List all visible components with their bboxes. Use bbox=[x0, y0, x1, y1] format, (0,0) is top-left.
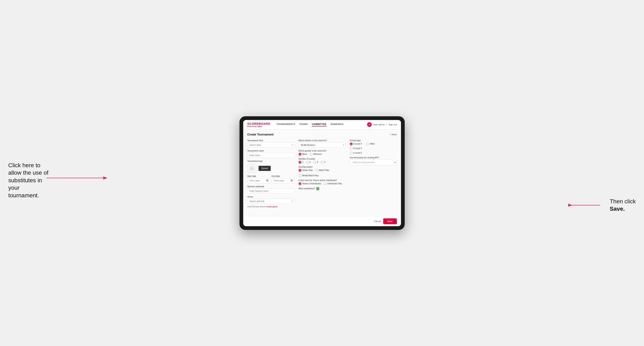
format-6count4[interactable]: 6 count 4 bbox=[350, 147, 397, 150]
gender-womens-radio[interactable] bbox=[310, 153, 312, 156]
individuals-option[interactable]: Individuals Only bbox=[324, 182, 342, 185]
scoring-stroke-radio[interactable] bbox=[298, 169, 302, 172]
individuals-option-radio[interactable] bbox=[324, 182, 326, 185]
sign-out-link[interactable]: Sign out bbox=[388, 123, 397, 126]
rounds-3-radio[interactable] bbox=[313, 161, 316, 164]
form-col-right: Format type 5 count 4 Other bbox=[350, 139, 397, 208]
nav-tournaments[interactable]: TOURNAMENTS bbox=[276, 123, 295, 126]
format-type-group: Format type 5 count 4 Other bbox=[350, 139, 397, 155]
substitutes-checkbox[interactable]: ✓ bbox=[316, 187, 319, 190]
gender-womens-label: Womens bbox=[314, 153, 322, 155]
rounds-1-label: 1 bbox=[302, 161, 304, 163]
logo-upload-area: Upload bbox=[247, 164, 294, 173]
venue-input[interactable] bbox=[247, 199, 294, 204]
scoring-api-select-wrapper: Select a scoring service bbox=[350, 160, 397, 165]
teams-radio-group: Teams (+Individuals) Individuals Only bbox=[298, 182, 346, 185]
upload-button[interactable]: Upload bbox=[258, 166, 271, 171]
sponsor-label: Sponsor (optional) bbox=[247, 185, 294, 188]
page-header: Create Tournament < Back bbox=[247, 133, 397, 136]
substitutes-group: Allow substitutes? ✓ bbox=[298, 187, 346, 190]
form-col-left: Tournament Host Tournament name bbox=[247, 139, 294, 208]
venue-group: Venue Can't find your venue? email suppo… bbox=[247, 196, 294, 208]
format-type-label: Format type bbox=[350, 139, 397, 142]
tournament-logo-group: Tournament logo Upload bbox=[247, 160, 294, 173]
venue-email-link[interactable]: email support bbox=[266, 206, 278, 208]
scoring-medal-label: Medal Match Play bbox=[302, 174, 318, 177]
tournament-name-input[interactable] bbox=[247, 153, 294, 158]
logo-text: SCOREBOARD bbox=[247, 122, 270, 125]
format-5count4-radio[interactable] bbox=[350, 143, 353, 145]
teams-option[interactable]: Teams (+Individuals) bbox=[298, 182, 321, 185]
save-button[interactable]: Save bbox=[383, 218, 397, 224]
nav-teams[interactable]: TEAMS bbox=[299, 123, 308, 126]
format-other-radio[interactable] bbox=[366, 143, 369, 145]
rounds-1[interactable]: 1 bbox=[298, 161, 304, 164]
format-6count5-radio[interactable] bbox=[350, 152, 353, 155]
sponsor-group: Sponsor (optional) bbox=[247, 185, 294, 194]
page-title: Create Tournament bbox=[247, 133, 274, 136]
svg-point-3 bbox=[251, 168, 252, 168]
gender-mens-radio[interactable] bbox=[298, 153, 302, 156]
back-button[interactable]: < Back bbox=[390, 133, 397, 136]
logo-placeholder-icon bbox=[247, 164, 256, 173]
cancel-button[interactable]: Cancel bbox=[374, 220, 381, 222]
gender-label: Which gender is the event for? bbox=[298, 150, 346, 152]
nav-rankings[interactable]: RANKINGS bbox=[330, 123, 344, 126]
gender-mens[interactable]: Mens bbox=[298, 153, 307, 156]
rounds-radio-group: 1 2 3 bbox=[298, 161, 346, 164]
tournament-name-group: Tournament name bbox=[247, 150, 294, 158]
end-date-group: End date 📅 bbox=[272, 175, 294, 183]
division-group: Which division is the event for? NCAA Di… bbox=[298, 139, 346, 148]
start-date-calendar-icon: 📅 bbox=[266, 179, 268, 182]
rounds-3-label: 3 bbox=[317, 161, 318, 163]
scoring-medal[interactable]: Medal Match Play bbox=[298, 174, 318, 177]
teams-option-radio[interactable] bbox=[298, 182, 302, 185]
division-label: Which division is the event for? bbox=[298, 139, 346, 142]
format-6count5[interactable]: 6 count 5 bbox=[350, 152, 397, 155]
tournament-host-group: Tournament Host bbox=[247, 139, 294, 148]
scoring-match-label: Match Play bbox=[319, 169, 329, 171]
logo-brand: clippd bbox=[257, 125, 262, 127]
venue-select-wrapper bbox=[247, 199, 294, 204]
rounds-4-radio[interactable] bbox=[320, 161, 323, 164]
rounds-4[interactable]: 4 bbox=[320, 161, 326, 164]
scoring-stroke[interactable]: Stroke Play bbox=[298, 169, 313, 172]
scoring-api-group: Use third-party live scoring API? Select… bbox=[350, 157, 397, 165]
format-6count4-label: 6 count 4 bbox=[354, 147, 362, 150]
tournament-logo-label: Tournament logo bbox=[247, 160, 294, 162]
scoring-match[interactable]: Match Play bbox=[315, 169, 329, 172]
scoring-radio-group: Stroke Play Match Play Medal Match Play bbox=[298, 169, 346, 177]
teams-option-label: Teams (+Individuals) bbox=[302, 182, 321, 185]
end-date-wrapper: 📅 bbox=[272, 178, 294, 183]
tournament-host-input[interactable] bbox=[247, 143, 294, 148]
rounds-3[interactable]: 3 bbox=[313, 161, 318, 164]
scoring-stroke-label: Stroke Play bbox=[302, 169, 313, 171]
rounds-1-radio[interactable] bbox=[298, 161, 302, 164]
user-name: blair admin bbox=[373, 123, 384, 126]
substitutes-label: Allow substitutes? bbox=[298, 187, 315, 190]
scoring-match-radio[interactable] bbox=[315, 169, 318, 172]
start-date-wrapper: 📅 bbox=[247, 178, 270, 183]
scoring-api-select[interactable]: Select a scoring service bbox=[350, 160, 397, 165]
format-6count5-label: 6 count 5 bbox=[354, 152, 362, 154]
teams-label: Is this event for Teams and/or Individua… bbox=[298, 179, 346, 181]
format-other[interactable]: Other bbox=[366, 143, 375, 145]
logo-area: SCOREBOARD Powered by clippd bbox=[247, 122, 270, 127]
tournament-name-label: Tournament name bbox=[247, 150, 294, 152]
scoring-medal-radio[interactable] bbox=[298, 174, 302, 177]
start-date-group: Start date 📅 bbox=[247, 175, 270, 183]
format-5count4[interactable]: 5 count 4 bbox=[350, 143, 362, 145]
rounds-4-label: 4 bbox=[324, 161, 326, 163]
tablet-device: SCOREBOARD Powered by clippd TOURNAMENTS… bbox=[240, 116, 405, 230]
rounds-2[interactable]: 2 bbox=[306, 161, 311, 164]
nav-committee[interactable]: COMMITTEE bbox=[312, 123, 326, 126]
nav-separator: | bbox=[386, 123, 387, 126]
format-6count4-radio[interactable] bbox=[350, 147, 353, 150]
division-select[interactable]: NCAA Division I bbox=[298, 143, 346, 148]
rounds-2-radio[interactable] bbox=[306, 161, 309, 164]
nav-links: TOURNAMENTS TEAMS COMMITTEE RANKINGS bbox=[276, 123, 367, 126]
sponsor-input[interactable] bbox=[247, 188, 294, 194]
form-col-middle: Which division is the event for? NCAA Di… bbox=[298, 139, 346, 208]
gender-womens[interactable]: Womens bbox=[310, 153, 322, 156]
annotation-left: Click here to allow the use of substitut… bbox=[8, 162, 54, 199]
